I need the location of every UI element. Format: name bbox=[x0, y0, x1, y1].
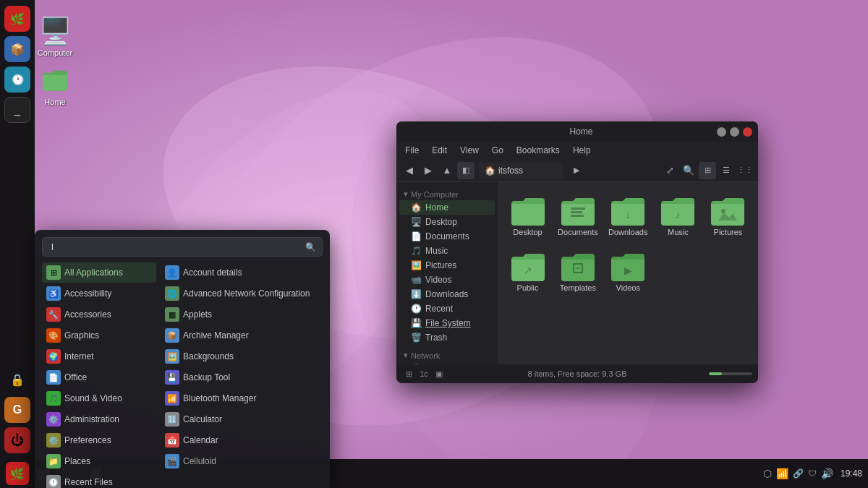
desktop-icon-computer[interactable]: 🖥️ Computer bbox=[30, 13, 80, 60]
app-celluloid[interactable]: 🎬 Celluloid bbox=[161, 451, 323, 471]
desktop-icon-home[interactable]: Home bbox=[30, 64, 80, 109]
menu-bookmarks[interactable]: Bookmarks bbox=[514, 144, 563, 157]
menu-view[interactable]: View bbox=[457, 144, 482, 157]
svg-text:↓: ↓ bbox=[625, 208, 631, 221]
trash-nav-icon: 🗑️ bbox=[411, 333, 422, 343]
file-item-public[interactable]: ↗ Public bbox=[505, 245, 550, 296]
category-administration[interactable]: ⚙️ Administration bbox=[42, 409, 156, 429]
fm-grid-view-btn[interactable]: ⊞ bbox=[699, 162, 716, 179]
app-calculator[interactable]: 🔢 Calculator bbox=[161, 409, 323, 429]
category-all[interactable]: ⊞ All Applications bbox=[42, 262, 156, 283]
app-calendar[interactable]: 📅 Calendar bbox=[161, 430, 323, 450]
app-backgrounds[interactable]: 🖼️ Backgrounds bbox=[161, 346, 323, 367]
nav-home[interactable]: 🏠 Home bbox=[399, 200, 495, 215]
software-icon: 📦 bbox=[10, 43, 25, 56]
fm-search-btn[interactable]: 🔍 bbox=[680, 162, 697, 179]
file-item-documents[interactable]: Documents bbox=[555, 189, 601, 241]
power-icon: ⏻ bbox=[11, 433, 24, 448]
music-nav-icon: 🎵 bbox=[411, 246, 422, 256]
filesystem-nav-icon: 💾 bbox=[411, 318, 422, 328]
documents-nav-label: Documents bbox=[425, 231, 469, 241]
app-bluetooth[interactable]: 📶 Bluetooth Manager bbox=[161, 388, 323, 408]
office-icon: 📄 bbox=[46, 370, 61, 385]
fm-list-view-btn[interactable]: ☰ bbox=[718, 162, 735, 179]
svg-text:♪: ♪ bbox=[676, 209, 681, 221]
file-item-downloads[interactable]: ↓ Downloads bbox=[605, 189, 651, 241]
nav-videos[interactable]: 📹 Videos bbox=[399, 273, 495, 287]
fm-close-btn[interactable] bbox=[743, 127, 752, 137]
fm-statusbar-btn1[interactable]: ⊞ bbox=[402, 367, 415, 380]
backgrounds-icon: 🖼️ bbox=[165, 349, 179, 364]
app-backup[interactable]: 💾 Backup Tool bbox=[161, 367, 323, 388]
trash-nav-label: Trash bbox=[425, 333, 447, 343]
fm-breadcrumb-next[interactable]: ▶ bbox=[568, 162, 585, 179]
taskbar-mint-icon: 🌿 bbox=[10, 467, 25, 481]
music-folder-icon: ♪ bbox=[659, 194, 697, 226]
sidebar-btn-software[interactable]: 📦 bbox=[4, 36, 30, 62]
sidebar-btn-gimp[interactable]: G bbox=[4, 397, 30, 423]
pictures-folder-icon bbox=[709, 194, 746, 226]
fm-section-network: ▾ Network bbox=[396, 345, 498, 361]
fm-zoom-btn[interactable]: ⤢ bbox=[661, 162, 678, 179]
nav-pictures[interactable]: 🖼️ Pictures bbox=[399, 258, 495, 273]
sidebar-btn-lock[interactable]: 🔒 bbox=[4, 367, 30, 393]
category-accessibility[interactable]: ♿ Accessibility bbox=[42, 283, 156, 304]
svg-point-10 bbox=[721, 209, 726, 213]
app-adv-network[interactable]: 🌐 Advanced Network Configuration bbox=[161, 283, 323, 304]
menu-file[interactable]: File bbox=[402, 144, 422, 157]
taskbar-btn-mint[interactable]: 🌿 bbox=[6, 462, 29, 485]
menu-edit[interactable]: Edit bbox=[429, 144, 450, 157]
category-places[interactable]: 📁 Places bbox=[42, 451, 156, 471]
search-icon: 🔍 bbox=[305, 242, 316, 252]
category-recent[interactable]: 🕐 Recent Files bbox=[42, 472, 156, 488]
fm-back-btn[interactable]: ◀ bbox=[401, 162, 418, 179]
file-item-pictures[interactable]: Pictures bbox=[705, 189, 751, 241]
app-archive-manager[interactable]: 📦 Archive Manager bbox=[161, 325, 323, 346]
svg-rect-5 bbox=[571, 207, 585, 210]
category-internet[interactable]: 🌍 Internet bbox=[42, 346, 156, 367]
nav-documents[interactable]: 📄 Documents bbox=[399, 229, 495, 244]
fm-statusbar-btn3[interactable]: ▣ bbox=[433, 367, 446, 380]
sound-label: Sound & Video bbox=[64, 393, 122, 403]
sidebar-btn-timeshift[interactable]: 🕐 bbox=[4, 67, 30, 93]
sidebar-btn-terminal[interactable]: _ bbox=[4, 97, 30, 123]
category-office[interactable]: 📄 Office bbox=[42, 367, 156, 388]
nav-filesystem[interactable]: 💾 File System bbox=[399, 316, 495, 330]
desktop-nav-label: Desktop bbox=[425, 217, 457, 227]
fm-statusbar-btn2[interactable]: 1c bbox=[417, 367, 430, 380]
downloads-folder-label: Downloads bbox=[608, 228, 647, 236]
sidebar-btn-logout[interactable]: ⏻ bbox=[4, 427, 30, 453]
file-item-music[interactable]: ♪ Music bbox=[655, 189, 701, 241]
file-item-videos[interactable]: ▶ Videos bbox=[605, 245, 651, 296]
file-item-desktop[interactable]: Desktop bbox=[505, 189, 550, 241]
fm-minimize-btn[interactable] bbox=[717, 127, 726, 137]
fm-up-btn[interactable]: ▲ bbox=[438, 162, 456, 179]
archive-icon: 📦 bbox=[165, 328, 179, 343]
nav-desktop[interactable]: 🖥️ Desktop bbox=[399, 215, 495, 229]
category-sound-video[interactable]: 🎵 Sound & Video bbox=[42, 388, 156, 408]
file-item-templates[interactable]: Templates bbox=[555, 245, 601, 296]
category-preferences[interactable]: ⚙️ Preferences bbox=[42, 430, 156, 450]
fm-forward-btn[interactable]: ▶ bbox=[420, 162, 437, 179]
nav-downloads[interactable]: ⬇️ Downloads bbox=[399, 287, 495, 301]
fm-content: Desktop Documents ↓ bbox=[498, 182, 758, 364]
menu-go[interactable]: Go bbox=[489, 144, 506, 157]
app-account-details[interactable]: 👤 Account details bbox=[161, 262, 323, 283]
fm-compact-view-btn[interactable]: ⋮⋮ bbox=[736, 162, 754, 179]
fm-toggle-sidebar-btn[interactable]: ◧ bbox=[457, 162, 475, 179]
account-icon: 👤 bbox=[165, 265, 179, 280]
app-search-input[interactable] bbox=[48, 240, 305, 254]
sidebar-btn-mint[interactable]: 🌿 bbox=[4, 6, 30, 32]
category-accessories[interactable]: 🔧 Accessories bbox=[42, 304, 156, 325]
fm-maximize-btn[interactable] bbox=[730, 127, 739, 137]
nav-recent[interactable]: 🕐 Recent bbox=[399, 301, 495, 316]
expand-icon: ▾ bbox=[404, 189, 408, 199]
fm-breadcrumb[interactable]: 🏠 itsfoss bbox=[479, 163, 563, 179]
category-graphics[interactable]: 🎨 Graphics bbox=[42, 325, 156, 346]
nav-trash[interactable]: 🗑️ Trash bbox=[399, 330, 495, 345]
svg-rect-7 bbox=[571, 215, 584, 217]
calendar-label: Calendar bbox=[183, 435, 218, 445]
app-applets[interactable]: ▦ Applets bbox=[161, 304, 323, 325]
menu-help[interactable]: Help bbox=[570, 144, 594, 157]
nav-music[interactable]: 🎵 Music bbox=[399, 244, 495, 258]
